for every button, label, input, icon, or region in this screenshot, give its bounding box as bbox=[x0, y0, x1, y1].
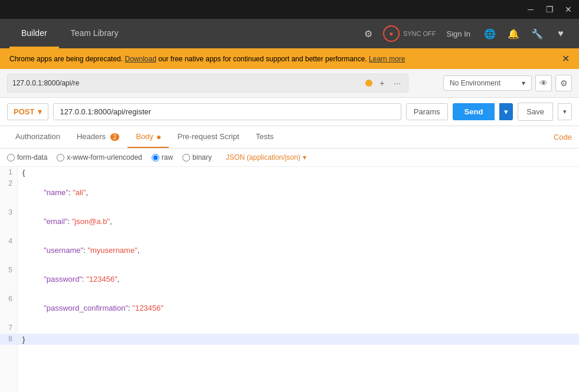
close-button[interactable]: ✕ bbox=[562, 4, 574, 15]
learn-more-link[interactable]: Learn more bbox=[369, 55, 405, 63]
line-content-3: "email": "json@a.b", bbox=[18, 207, 579, 236]
x-www-radio[interactable] bbox=[57, 154, 64, 162]
line-number-7: 7 bbox=[0, 322, 18, 334]
code-line-8: 8 } bbox=[0, 334, 579, 345]
body-options: form-data x-www-form-urlencoded raw bina… bbox=[0, 149, 579, 167]
bell-icon[interactable]: 🔔 bbox=[505, 25, 522, 42]
code-editor-area: 1 { 2 "name": "ali", 3 "email": "json@a.… bbox=[0, 167, 579, 392]
sync-area[interactable]: ● SYNC OFF bbox=[383, 25, 436, 42]
tab-builder[interactable]: Builder bbox=[9, 19, 59, 48]
orange-dot-indicator bbox=[365, 80, 372, 87]
tab-headers[interactable]: Headers 2 bbox=[68, 126, 127, 148]
tab-prerequest[interactable]: Pre-request Script bbox=[169, 126, 247, 148]
more-options-button[interactable]: ··· bbox=[391, 77, 403, 89]
request-bar: POST ▾ Params Send ▾ Save ▾ bbox=[0, 98, 579, 126]
headers-badge: 2 bbox=[110, 133, 120, 141]
environment-dropdown[interactable]: No Environment ▾ bbox=[443, 75, 532, 91]
line-number-6: 6 bbox=[0, 294, 18, 322]
tab-tests[interactable]: Tests bbox=[247, 126, 282, 148]
form-data-option[interactable]: form-data bbox=[7, 153, 47, 162]
binary-option[interactable]: binary bbox=[182, 153, 212, 162]
send-dropdown-button[interactable]: ▾ bbox=[499, 103, 513, 120]
add-tab-button[interactable]: + bbox=[377, 77, 387, 89]
code-line-7: 7 bbox=[0, 322, 579, 334]
navbar-right: ⚙ ● SYNC OFF Sign In 🌐 🔔 🔧 ♥ bbox=[359, 25, 570, 42]
env-selector: No Environment ▾ 👁 ⚙ bbox=[443, 75, 572, 91]
line-content-6: "password_confirmation": "123456" bbox=[18, 294, 579, 322]
code-line-2: 2 "name": "ali", bbox=[0, 178, 579, 207]
binary-radio[interactable] bbox=[182, 154, 190, 162]
download-link[interactable]: Download bbox=[125, 55, 156, 63]
json-chevron-icon: ▾ bbox=[303, 153, 306, 162]
line-number-3: 3 bbox=[0, 207, 18, 236]
sync-icon: ● bbox=[383, 25, 400, 42]
signin-button[interactable]: Sign In bbox=[442, 27, 475, 41]
line-number-2: 2 bbox=[0, 178, 18, 207]
code-line-4: 4 "username": "myusername", bbox=[0, 236, 579, 265]
code-lines: 1 { 2 "name": "ali", 3 "email": "json@a.… bbox=[0, 167, 579, 392]
send-button[interactable]: Send bbox=[453, 103, 495, 120]
json-type-selector[interactable]: JSON (application/json) ▾ bbox=[226, 153, 306, 162]
navbar: Builder Team Library ⚙ ● SYNC OFF Sign I… bbox=[0, 19, 579, 48]
urlbar-area: 127.0.0.1:8000/api/re + ··· No Environme… bbox=[0, 69, 579, 98]
tab-body[interactable]: Body bbox=[127, 126, 169, 148]
code-line-6: 6 "password_confirmation": "123456" bbox=[0, 294, 579, 322]
line-content-7 bbox=[18, 322, 579, 334]
globe-icon[interactable]: 🌐 bbox=[481, 25, 499, 42]
body-dot-indicator bbox=[157, 136, 161, 139]
save-button[interactable]: Save bbox=[518, 103, 553, 121]
nav-tabs: Builder Team Library bbox=[9, 19, 359, 48]
params-button[interactable]: Params bbox=[406, 103, 448, 120]
method-label: POST bbox=[14, 107, 34, 116]
line-content-4: "username": "myusername", bbox=[18, 236, 579, 265]
line-content-5: "password": "123456", bbox=[18, 265, 579, 294]
line-number-4: 4 bbox=[0, 236, 18, 265]
code-line-5: 5 "password": "123456", bbox=[0, 265, 579, 294]
request-tabs-bar: Authorization Headers 2 Body Pre-request… bbox=[0, 126, 579, 149]
line-number-1: 1 bbox=[0, 167, 18, 178]
line-content-1: { bbox=[18, 167, 579, 178]
form-data-radio[interactable] bbox=[7, 154, 15, 162]
eye-icon[interactable]: 👁 bbox=[535, 75, 552, 91]
heart-icon[interactable]: ♥ bbox=[552, 25, 570, 42]
method-selector[interactable]: POST ▾ bbox=[7, 103, 48, 120]
tab-authorization[interactable]: Authorization bbox=[7, 126, 68, 148]
wrench-icon[interactable]: 🔧 bbox=[528, 25, 546, 42]
line-number-8: 8 bbox=[0, 334, 18, 345]
maximize-button[interactable]: ❐ bbox=[544, 4, 555, 15]
raw-option[interactable]: raw bbox=[152, 153, 173, 162]
x-www-option[interactable]: x-www-form-urlencoded bbox=[57, 153, 142, 162]
sync-text: SYNC OFF bbox=[403, 30, 436, 37]
code-line-1: 1 { bbox=[0, 167, 579, 178]
chevron-down-icon: ▾ bbox=[522, 79, 525, 87]
titlebar: ─ ❐ ✕ bbox=[0, 0, 579, 19]
raw-radio[interactable] bbox=[152, 154, 159, 162]
gear-icon[interactable]: ⚙ bbox=[555, 75, 572, 91]
banner-close-button[interactable]: ✕ bbox=[562, 53, 570, 64]
line-content-2: "name": "ali", bbox=[18, 178, 579, 207]
minimize-button[interactable]: ─ bbox=[525, 4, 537, 15]
url-tab-bar: 127.0.0.1:8000/api/re + ··· bbox=[7, 74, 408, 93]
url-display-text: 127.0.0.1:8000/api/re bbox=[12, 79, 361, 87]
banner-text: Chrome apps are being deprecated. Downlo… bbox=[9, 55, 405, 63]
line-number-5: 5 bbox=[0, 265, 18, 294]
url-input[interactable] bbox=[53, 103, 401, 120]
code-link[interactable]: Code bbox=[554, 133, 572, 141]
line-content-8: } bbox=[18, 334, 579, 345]
tab-team-library[interactable]: Team Library bbox=[59, 19, 130, 48]
save-dropdown-button[interactable]: ▾ bbox=[558, 103, 572, 120]
deprecation-banner: Chrome apps are being deprecated. Downlo… bbox=[0, 48, 579, 69]
settings-icon[interactable]: ⚙ bbox=[359, 25, 377, 42]
code-line-3: 3 "email": "json@a.b", bbox=[0, 207, 579, 236]
method-chevron-icon: ▾ bbox=[38, 107, 42, 116]
